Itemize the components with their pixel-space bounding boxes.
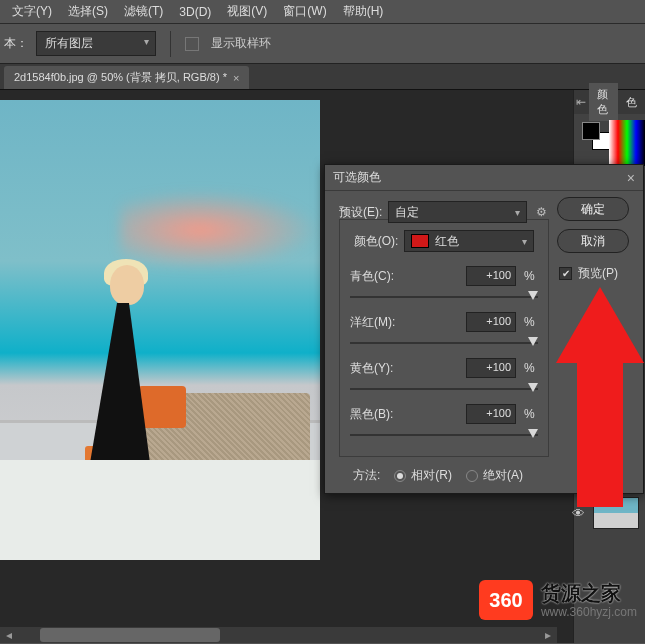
percent-label: % bbox=[524, 269, 538, 283]
watermark: 360 货源之家 www.360hyzj.com bbox=[479, 580, 637, 620]
slider-thumb-icon[interactable] bbox=[528, 429, 538, 438]
slider-thumb-icon[interactable] bbox=[528, 337, 538, 346]
colors-dropdown[interactable]: 红色 ▾ bbox=[404, 230, 534, 252]
show-sample-ring-label: 显示取样环 bbox=[211, 35, 271, 52]
preset-value: 自定 bbox=[395, 204, 419, 221]
options-bar: 本： 所有图层 ▾ 显示取样环 bbox=[0, 24, 645, 64]
scroll-right-icon[interactable]: ▸ bbox=[541, 628, 555, 642]
scroll-thumb[interactable] bbox=[40, 628, 220, 642]
menu-3d[interactable]: 3D(D) bbox=[171, 2, 219, 22]
panel-tab-swatch[interactable]: 色 bbox=[618, 91, 645, 114]
cancel-button[interactable]: 取消 bbox=[557, 229, 629, 253]
method-absolute-radio[interactable] bbox=[466, 470, 478, 482]
percent-label: % bbox=[524, 315, 538, 329]
sample-dropdown[interactable]: 所有图层 ▾ bbox=[36, 31, 156, 56]
yellow-label: 黄色(Y): bbox=[350, 360, 410, 377]
panel-tabs: ⇤ 颜色 色 bbox=[574, 90, 645, 114]
selective-color-dialog: 可选颜色 × 预设(E): 自定 ▾ ⚙ 颜色(O): 红色 ▾ 青色(C): bbox=[324, 164, 644, 494]
chevron-down-icon: ▾ bbox=[515, 207, 520, 218]
yellow-slider[interactable] bbox=[350, 382, 538, 396]
yellow-input[interactable]: +100 bbox=[466, 358, 516, 378]
dialog-title: 可选颜色 bbox=[333, 169, 627, 186]
menu-text[interactable]: 文字(Y) bbox=[4, 0, 60, 23]
color-panel-body bbox=[574, 114, 645, 158]
menu-window[interactable]: 窗口(W) bbox=[275, 0, 334, 23]
watermark-badge: 360 bbox=[479, 580, 533, 620]
scroll-left-icon[interactable]: ◂ bbox=[2, 628, 16, 642]
layer-visibility-icon[interactable]: 👁 bbox=[572, 506, 585, 521]
layer-thumbnail[interactable] bbox=[593, 497, 639, 529]
chevron-down-icon: ▾ bbox=[522, 236, 527, 247]
sample-label: 本： bbox=[4, 35, 28, 52]
close-icon[interactable]: × bbox=[233, 72, 239, 84]
black-input[interactable]: +100 bbox=[466, 404, 516, 424]
panel-expand-icon[interactable]: ⇤ bbox=[574, 95, 589, 109]
dialog-titlebar[interactable]: 可选颜色 × bbox=[325, 165, 643, 191]
dialog-close-icon[interactable]: × bbox=[627, 170, 635, 186]
slider-thumb-icon[interactable] bbox=[528, 383, 538, 392]
horizontal-scrollbar[interactable]: ◂ ▸ bbox=[0, 627, 557, 643]
percent-label: % bbox=[524, 407, 538, 421]
show-sample-ring-checkbox[interactable] bbox=[185, 37, 199, 51]
watermark-title: 货源之家 bbox=[541, 581, 637, 605]
menu-filter[interactable]: 滤镜(T) bbox=[116, 0, 171, 23]
method-relative-radio[interactable] bbox=[394, 470, 406, 482]
method-absolute-label: 绝对(A) bbox=[483, 467, 523, 484]
preset-label: 预设(E): bbox=[339, 204, 382, 221]
preset-dropdown[interactable]: 自定 ▾ bbox=[388, 201, 527, 223]
slider-thumb-icon[interactable] bbox=[528, 291, 538, 300]
color-swatch-red bbox=[411, 234, 429, 248]
ok-button[interactable]: 确定 bbox=[557, 197, 629, 221]
menu-select[interactable]: 选择(S) bbox=[60, 0, 116, 23]
menu-view[interactable]: 视图(V) bbox=[219, 0, 275, 23]
percent-label: % bbox=[524, 361, 538, 375]
magenta-slider[interactable] bbox=[350, 336, 538, 350]
preview-label: 预览(P) bbox=[578, 265, 618, 282]
document-tab-label: 2d1584f0b.jpg @ 50% (背景 拷贝, RGB/8) * bbox=[14, 70, 227, 85]
gear-icon[interactable]: ⚙ bbox=[533, 205, 549, 219]
magenta-label: 洋红(M): bbox=[350, 314, 410, 331]
colors-label: 颜色(O): bbox=[354, 233, 399, 250]
cyan-label: 青色(C): bbox=[350, 268, 410, 285]
method-relative-label: 相对(R) bbox=[411, 467, 452, 484]
menu-help[interactable]: 帮助(H) bbox=[335, 0, 392, 23]
canvas-image bbox=[0, 100, 320, 560]
method-label: 方法: bbox=[353, 467, 380, 484]
foreground-color-swatch[interactable] bbox=[582, 122, 600, 140]
document-tab[interactable]: 2d1584f0b.jpg @ 50% (背景 拷贝, RGB/8) * × bbox=[4, 66, 249, 89]
color-spectrum[interactable] bbox=[609, 120, 645, 166]
sample-dropdown-value: 所有图层 bbox=[45, 36, 93, 50]
menu-bar: 文字(Y) 选择(S) 滤镜(T) 3D(D) 视图(V) 窗口(W) 帮助(H… bbox=[0, 0, 645, 24]
cyan-input[interactable]: +100 bbox=[466, 266, 516, 286]
foreground-background-swatch[interactable] bbox=[582, 122, 610, 150]
cyan-slider[interactable] bbox=[350, 290, 538, 304]
chevron-down-icon: ▾ bbox=[144, 36, 149, 47]
magenta-input[interactable]: +100 bbox=[466, 312, 516, 332]
preview-checkbox[interactable]: ✔ bbox=[559, 267, 572, 280]
separator bbox=[170, 31, 171, 57]
panel-tab-color[interactable]: 颜色 bbox=[589, 83, 618, 121]
black-slider[interactable] bbox=[350, 428, 538, 442]
watermark-url: www.360hyzj.com bbox=[541, 605, 637, 619]
document-tab-bar: 2d1584f0b.jpg @ 50% (背景 拷贝, RGB/8) * × bbox=[0, 64, 645, 90]
colors-value: 红色 bbox=[435, 233, 459, 250]
black-label: 黑色(B): bbox=[350, 406, 410, 423]
